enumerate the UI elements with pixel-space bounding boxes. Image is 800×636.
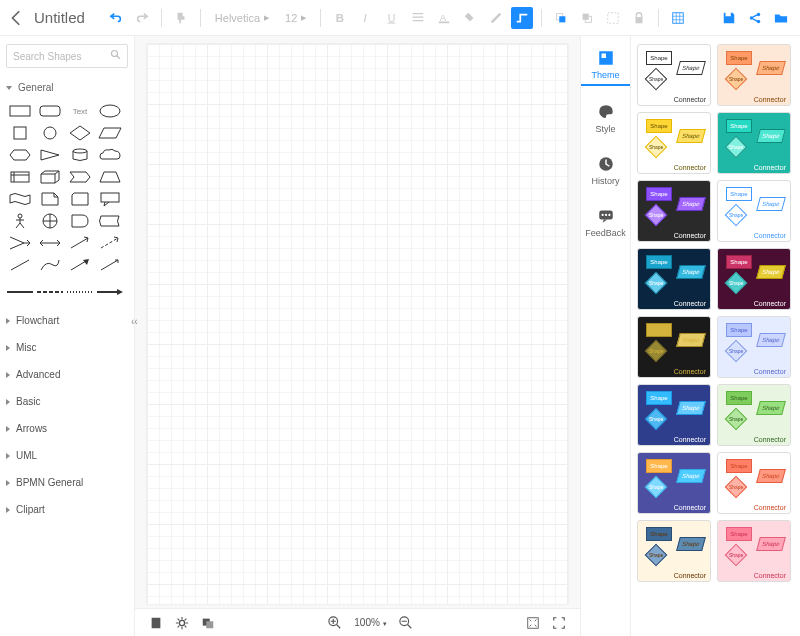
shape-cube[interactable] xyxy=(36,167,64,187)
shape-parallelogram[interactable] xyxy=(96,123,124,143)
font-color-button[interactable]: A xyxy=(433,7,455,29)
shape-callout[interactable] xyxy=(96,189,124,209)
back-button[interactable] xyxy=(8,9,26,27)
category-arrows[interactable]: Arrows xyxy=(6,415,128,442)
theme-card-15[interactable]: ShapeShapeShapeConnector xyxy=(717,520,791,582)
shape-arrow-right[interactable] xyxy=(6,233,34,253)
shape-ellipse[interactable] xyxy=(96,101,124,121)
zoom-level[interactable]: 100% ▾ xyxy=(354,617,386,628)
shape-arrow-bidir[interactable] xyxy=(36,233,64,253)
shape-arrow-dashed[interactable] xyxy=(96,233,124,253)
underline-button[interactable]: U xyxy=(381,7,403,29)
tab-history[interactable]: History xyxy=(581,150,630,190)
theme-card-9[interactable]: ShapeShapeShapeConnector xyxy=(717,316,791,378)
search-shapes[interactable] xyxy=(6,44,128,68)
shape-cloud[interactable] xyxy=(96,145,124,165)
connector-style-button[interactable] xyxy=(511,7,533,29)
shape-text[interactable]: Text xyxy=(66,101,94,121)
shape-curved-connector[interactable] xyxy=(36,255,64,275)
shape-square[interactable] xyxy=(6,123,34,143)
group-button[interactable] xyxy=(602,7,624,29)
shape-and[interactable] xyxy=(66,211,94,231)
shape-card[interactable] xyxy=(66,189,94,209)
shape-line-bold-arrow[interactable] xyxy=(66,255,94,275)
fullscreen-button[interactable] xyxy=(550,614,568,632)
shape-or[interactable] xyxy=(36,211,64,231)
fill-color-button[interactable] xyxy=(459,7,481,29)
theme-card-14[interactable]: ShapeShapeShapeConnector xyxy=(637,520,711,582)
category-label: General xyxy=(18,82,54,93)
category-flowchart[interactable]: Flowchart xyxy=(6,307,128,334)
theme-card-6[interactable]: ShapeShapeShapeConnector xyxy=(637,248,711,310)
shape-hexagon[interactable] xyxy=(6,145,34,165)
tab-style[interactable]: Style xyxy=(581,98,630,138)
shape-data-store[interactable] xyxy=(96,211,124,231)
theme-card-10[interactable]: ShapeShapeShapeConnector xyxy=(637,384,711,446)
shape-actor[interactable] xyxy=(6,211,34,231)
lock-button[interactable] xyxy=(628,7,650,29)
tab-theme[interactable]: Theme xyxy=(581,44,630,86)
zoom-out-button[interactable] xyxy=(397,614,415,632)
category-misc[interactable]: Misc xyxy=(6,334,128,361)
line-arrow-end[interactable] xyxy=(96,285,124,299)
align-button[interactable] xyxy=(407,7,429,29)
font-family-select[interactable]: Helvetica▶ xyxy=(209,12,275,24)
shape-line-thin-arrow[interactable] xyxy=(96,255,124,275)
shape-step[interactable] xyxy=(66,167,94,187)
theme-card-5[interactable]: ShapeShapeShapeConnector xyxy=(717,180,791,242)
settings-gear-icon[interactable] xyxy=(173,614,191,632)
to-back-button[interactable] xyxy=(576,7,598,29)
redo-button[interactable] xyxy=(131,7,153,29)
line-solid[interactable] xyxy=(6,285,34,299)
category-advanced[interactable]: Advanced xyxy=(6,361,128,388)
shape-rounded-rect[interactable] xyxy=(36,101,64,121)
shape-line[interactable] xyxy=(6,255,34,275)
theme-card-0[interactable]: ShapeShapeShapeConnector xyxy=(637,44,711,106)
shape-trapezoid[interactable] xyxy=(96,167,124,187)
theme-card-4[interactable]: ShapeShapeShapeConnector xyxy=(637,180,711,242)
theme-card-8[interactable]: ShapeShapeShapeConnector xyxy=(637,316,711,378)
share-button[interactable] xyxy=(744,7,766,29)
category-basic[interactable]: Basic xyxy=(6,388,128,415)
theme-card-13[interactable]: ShapeShapeShapeConnector xyxy=(717,452,791,514)
page-button[interactable] xyxy=(147,614,165,632)
fit-page-button[interactable] xyxy=(524,614,542,632)
shape-note[interactable] xyxy=(36,189,64,209)
font-size-select[interactable]: 12▶ xyxy=(279,12,312,24)
shape-internal-storage[interactable] xyxy=(6,167,34,187)
stroke-color-button[interactable] xyxy=(485,7,507,29)
to-front-button[interactable] xyxy=(550,7,572,29)
undo-button[interactable] xyxy=(105,7,127,29)
collapse-sidebar-handle[interactable]: ‹‹ xyxy=(131,316,138,327)
shape-arrow-diag[interactable] xyxy=(66,233,94,253)
grid-button[interactable] xyxy=(667,7,689,29)
italic-button[interactable]: I xyxy=(355,7,377,29)
shape-diamond[interactable] xyxy=(66,123,94,143)
document-title[interactable]: Untitled xyxy=(34,9,85,26)
theme-card-2[interactable]: ShapeShapeShapeConnector xyxy=(637,112,711,174)
shape-cylinder[interactable] xyxy=(66,145,94,165)
save-button[interactable] xyxy=(718,7,740,29)
theme-card-1[interactable]: ShapeShapeShapeConnector xyxy=(717,44,791,106)
shape-tape[interactable] xyxy=(6,189,34,209)
category-clipart[interactable]: Clipart xyxy=(6,496,128,523)
category-uml[interactable]: UML xyxy=(6,442,128,469)
line-dotted[interactable] xyxy=(66,285,94,299)
zoom-in-button[interactable] xyxy=(326,614,344,632)
theme-card-12[interactable]: ShapeShapeShapeConnector xyxy=(637,452,711,514)
line-dashed[interactable] xyxy=(36,285,64,299)
tab-feedback[interactable]: FeedBack xyxy=(581,202,630,242)
category-bpmn[interactable]: BPMN General xyxy=(6,469,128,496)
folder-button[interactable] xyxy=(770,7,792,29)
theme-card-3[interactable]: ShapeShapeShapeConnector xyxy=(717,112,791,174)
layers-button[interactable] xyxy=(199,614,217,632)
theme-card-11[interactable]: ShapeShapeShapeConnector xyxy=(717,384,791,446)
theme-card-7[interactable]: ShapeShapeShapeConnector xyxy=(717,248,791,310)
shape-triangle[interactable] xyxy=(36,145,64,165)
bold-button[interactable]: B xyxy=(329,7,351,29)
drawing-canvas[interactable] xyxy=(147,44,568,604)
shape-rectangle[interactable] xyxy=(6,101,34,121)
shape-circle[interactable] xyxy=(36,123,64,143)
category-general[interactable]: General xyxy=(6,78,128,97)
format-painter-button[interactable] xyxy=(170,7,192,29)
